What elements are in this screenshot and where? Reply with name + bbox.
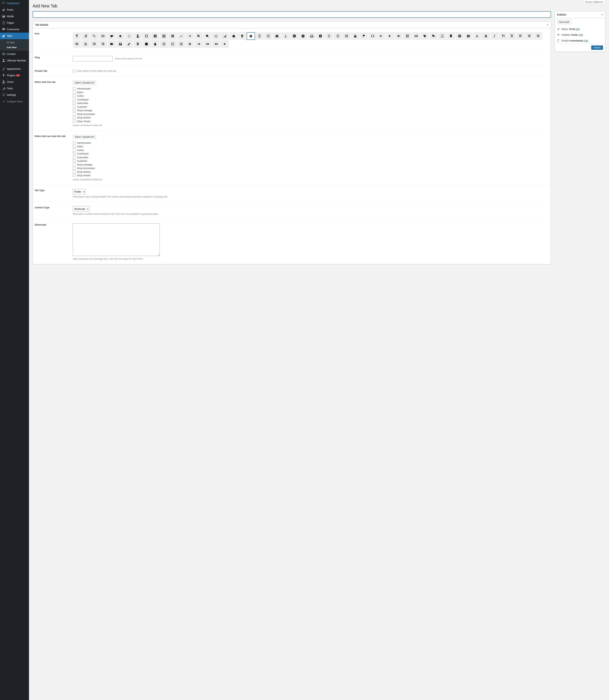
icon-option-arrow-circle-up[interactable] bbox=[299, 32, 307, 40]
icon-option-volume-down[interactable] bbox=[386, 32, 394, 40]
publish-button[interactable]: Publish bbox=[591, 46, 603, 50]
icon-option-envelope[interactable] bbox=[99, 32, 107, 40]
private-tab-checkbox-row[interactable]: Only owners of the profile can view tab. bbox=[73, 70, 549, 72]
nav-dashboard[interactable]: Dashboard bbox=[0, 0, 29, 6]
role-option[interactable]: Contributor bbox=[73, 97, 549, 101]
shortcode-textarea[interactable] bbox=[73, 223, 160, 256]
icon-option-backward[interactable] bbox=[212, 40, 220, 48]
role-option[interactable]: Shop Accountant bbox=[73, 166, 549, 170]
icon-option-volume-off[interactable] bbox=[377, 32, 385, 40]
role-option[interactable]: Shop Worker bbox=[73, 170, 549, 174]
icon-option-headphones[interactable] bbox=[368, 32, 377, 40]
icon-option-qrcode[interactable] bbox=[403, 32, 412, 40]
role-checkbox[interactable] bbox=[73, 167, 75, 169]
role-checkbox[interactable] bbox=[73, 91, 75, 94]
icon-option-heart[interactable] bbox=[107, 32, 116, 40]
select-deselect-roles-with[interactable]: Select / Deselect All bbox=[73, 80, 96, 85]
nav-appearance[interactable]: Appearance bbox=[0, 66, 29, 72]
icon-option-fast-backward[interactable] bbox=[203, 40, 211, 48]
icon-option-refresh[interactable] bbox=[334, 32, 342, 40]
icon-option-road[interactable] bbox=[273, 32, 281, 40]
nav-contact[interactable]: Contact bbox=[0, 51, 29, 57]
icon-option-glass[interactable] bbox=[73, 32, 81, 40]
role-option[interactable]: Subscriber bbox=[73, 156, 549, 159]
icon-option-star[interactable] bbox=[116, 32, 124, 40]
icon-option-lock[interactable] bbox=[351, 32, 360, 40]
role-checkbox[interactable] bbox=[73, 145, 75, 148]
icon-option-map-marker[interactable] bbox=[134, 40, 142, 48]
icon-option-edit[interactable] bbox=[160, 40, 168, 48]
slug-input[interactable] bbox=[73, 56, 112, 61]
icon-option-download[interactable] bbox=[281, 32, 290, 40]
role-option[interactable]: Shop Accountant bbox=[73, 112, 549, 116]
icon-option-user[interactable] bbox=[134, 32, 142, 40]
role-checkbox[interactable] bbox=[73, 116, 75, 119]
role-checkbox[interactable] bbox=[73, 94, 75, 97]
nav-ultimate-member[interactable]: Ultimate Member bbox=[0, 57, 29, 64]
edit-publish-date-link[interactable]: Edit bbox=[584, 39, 588, 42]
icon-option-star-o[interactable] bbox=[125, 32, 133, 40]
toggle-publish-icon[interactable] bbox=[599, 13, 605, 16]
icon-option-book[interactable] bbox=[438, 32, 447, 40]
role-option[interactable]: Customer bbox=[73, 159, 549, 163]
icon-option-bold[interactable] bbox=[482, 32, 490, 40]
role-option[interactable]: Shop Vendor bbox=[73, 120, 549, 123]
icon-option-repeat[interactable] bbox=[325, 32, 333, 40]
role-checkbox[interactable] bbox=[73, 102, 75, 105]
role-checkbox[interactable] bbox=[73, 159, 75, 162]
icon-option-clock[interactable] bbox=[264, 32, 273, 40]
icon-option-flag[interactable] bbox=[360, 32, 368, 40]
icon-option-trash[interactable] bbox=[238, 32, 246, 40]
icon-option-print[interactable] bbox=[455, 32, 464, 40]
icon-option-align-left[interactable] bbox=[516, 32, 525, 40]
icon-option-music[interactable] bbox=[81, 32, 90, 40]
role-checkbox[interactable] bbox=[73, 156, 75, 159]
role-checkbox[interactable] bbox=[73, 109, 75, 112]
screen-options-toggle[interactable]: Screen Options ▾ bbox=[583, 0, 605, 4]
role-checkbox[interactable] bbox=[73, 163, 75, 166]
nav-users[interactable]: Users bbox=[0, 78, 29, 85]
icon-option-check[interactable] bbox=[177, 32, 186, 40]
icon-option-text-height[interactable] bbox=[499, 32, 507, 40]
role-checkbox[interactable] bbox=[73, 105, 75, 108]
icon-option-play-circle[interactable] bbox=[316, 32, 325, 40]
icon-option-arrows[interactable] bbox=[186, 40, 194, 48]
save-draft-button[interactable]: Save Draft bbox=[557, 20, 571, 24]
icon-option-align-right[interactable] bbox=[534, 32, 542, 40]
icon-option-cog[interactable] bbox=[229, 32, 238, 40]
icon-option-home[interactable] bbox=[247, 32, 255, 40]
role-option[interactable]: Administrator bbox=[73, 141, 549, 145]
icon-option-th-large[interactable] bbox=[151, 32, 159, 40]
role-option[interactable]: Administrator bbox=[73, 87, 549, 90]
icon-option-volume-up[interactable] bbox=[395, 32, 403, 40]
icon-option-file[interactable] bbox=[255, 32, 264, 40]
icon-option-search-plus[interactable] bbox=[194, 32, 203, 40]
icon-option-list-alt[interactable] bbox=[342, 32, 351, 40]
private-tab-checkbox[interactable] bbox=[73, 70, 75, 72]
icon-option-tags[interactable] bbox=[429, 32, 438, 40]
icon-option-tag[interactable] bbox=[421, 32, 429, 40]
icon-option-list[interactable] bbox=[81, 40, 90, 48]
role-option[interactable]: Shop Worker bbox=[73, 116, 549, 120]
toggle-box-icon[interactable] bbox=[545, 23, 551, 26]
tab-title-input[interactable] bbox=[33, 11, 551, 18]
edit-status-link[interactable]: Edit bbox=[575, 28, 579, 31]
icon-option-tint[interactable] bbox=[151, 40, 159, 48]
nav-settings[interactable]: Settings bbox=[0, 92, 29, 98]
nav-posts[interactable]: Posts bbox=[0, 6, 29, 13]
icon-option-power[interactable] bbox=[212, 32, 220, 40]
nav-pages[interactable]: Pages bbox=[0, 20, 29, 26]
icon-option-film[interactable] bbox=[142, 32, 151, 40]
icon-option-share[interactable] bbox=[168, 40, 177, 48]
role-option[interactable]: Author bbox=[73, 148, 549, 152]
nav-tabs-all[interactable]: All Tabs bbox=[0, 40, 29, 45]
nav-tabs[interactable]: Tabs bbox=[0, 33, 29, 39]
role-option[interactable]: Subscriber bbox=[73, 101, 549, 105]
role-checkbox[interactable] bbox=[73, 170, 75, 173]
icon-option-indent-left[interactable] bbox=[90, 40, 99, 48]
role-option[interactable]: Customer bbox=[73, 105, 549, 108]
role-option[interactable]: Editor bbox=[73, 145, 549, 148]
icon-option-adjust[interactable] bbox=[142, 40, 151, 48]
edit-visibility-link[interactable]: Edit bbox=[579, 34, 583, 36]
icon-option-align-justify[interactable] bbox=[73, 40, 81, 48]
